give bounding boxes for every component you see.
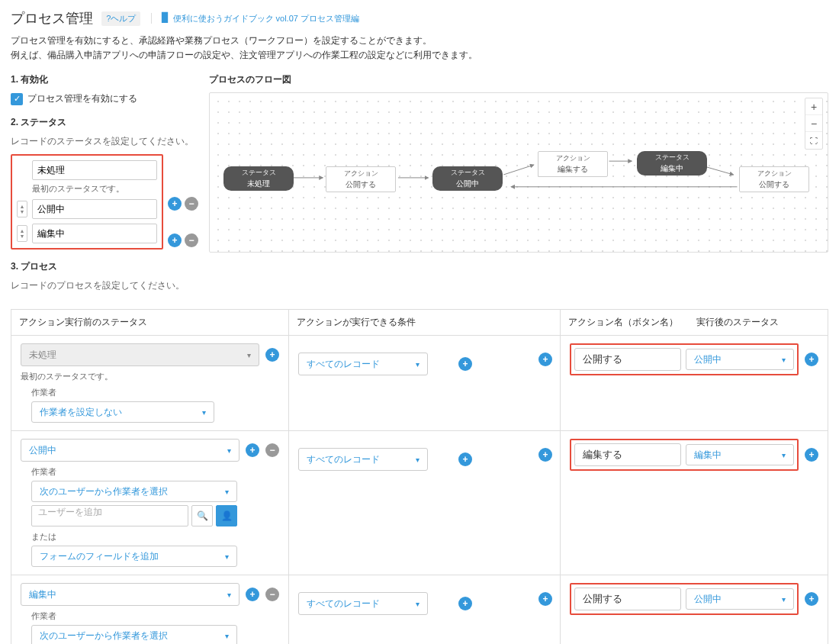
- status-input[interactable]: [32, 224, 157, 243]
- flow-diagram[interactable]: + − ⛶ ステータス未処理 アクション公開する: [209, 92, 828, 253]
- assignee-mode-select[interactable]: 次のユーザーから作業者を選択▾: [31, 481, 237, 502]
- remove-row-button[interactable]: −: [265, 588, 279, 601]
- add-status-button[interactable]: +: [168, 197, 182, 211]
- condition-select[interactable]: すべてのレコード▾: [298, 448, 428, 471]
- chevron-down-icon: ▾: [227, 446, 231, 455]
- page-description: プロセス管理を有効にすると、承認経路や業務プロセス（ワークフロー）を設定すること…: [11, 34, 828, 63]
- svg-line-2: [503, 165, 534, 175]
- condition-select[interactable]: すべてのレコード▾: [298, 592, 428, 615]
- assignee-label: 作業者: [31, 610, 279, 622]
- status-input-initial[interactable]: [32, 160, 157, 180]
- add-condition-button[interactable]: +: [458, 357, 472, 371]
- action-name-input[interactable]: [574, 348, 681, 371]
- before-status-select[interactable]: 編集中▾: [21, 583, 239, 606]
- chevron-down-icon: ▾: [202, 408, 206, 417]
- initial-status-note: 最初のステータスです。: [21, 371, 279, 382]
- section-enable-heading: 1. 有効化: [11, 73, 194, 86]
- assignee-label: 作業者: [31, 466, 279, 478]
- chevron-down-icon: ▾: [416, 600, 420, 608]
- user-search-input[interactable]: ユーザーを追加: [31, 505, 188, 526]
- drag-handle[interactable]: ▲▼: [17, 201, 27, 217]
- add-condition-button[interactable]: +: [458, 597, 472, 610]
- section-status-heading: 2. ステータス: [11, 116, 194, 129]
- add-row-button[interactable]: +: [265, 348, 279, 362]
- after-status-select[interactable]: 公開中▾: [686, 349, 794, 370]
- add-condition-button[interactable]: +: [458, 452, 472, 466]
- chevron-down-icon: ▾: [782, 451, 786, 459]
- chevron-down-icon: ▾: [782, 356, 786, 364]
- col-action-name: アクション名（ボタン名）: [568, 316, 696, 329]
- add-row-button[interactable]: +: [246, 443, 259, 457]
- add-action-button[interactable]: +: [805, 448, 818, 462]
- add-status-button[interactable]: +: [168, 233, 182, 247]
- status-input[interactable]: [32, 199, 157, 219]
- add-row-button[interactable]: +: [246, 588, 259, 601]
- status-initial-note: 最初のステータスです。: [32, 183, 157, 195]
- assignee-mode-select[interactable]: 次のユーザーから作業者を選択▾: [31, 625, 237, 644]
- status-desc: レコードのステータスを設定してください。: [11, 135, 194, 148]
- drag-handle[interactable]: ▲▼: [17, 225, 27, 242]
- chevron-down-icon: ▾: [225, 552, 229, 561]
- or-label: または: [31, 531, 279, 543]
- form-field-select[interactable]: フォームのフィールドを追加▾: [31, 546, 237, 567]
- col-after-status: 実行後のステータス: [696, 316, 820, 329]
- assignee-mode-select[interactable]: 作業者を設定しない▾: [31, 401, 214, 423]
- section-flow-heading: プロセスのフロー図: [209, 73, 828, 86]
- chevron-down-icon: ▾: [225, 632, 229, 640]
- after-status-select[interactable]: 公開中▾: [686, 588, 794, 610]
- svg-line-4: [707, 167, 734, 175]
- condition-select[interactable]: すべてのレコード▾: [298, 353, 428, 375]
- org-picker-button[interactable]: 👤: [216, 505, 237, 526]
- add-action-button[interactable]: +: [805, 592, 818, 606]
- before-status-select[interactable]: 未処理▾: [21, 343, 259, 366]
- chevron-down-icon: ▾: [247, 351, 251, 359]
- col-condition: アクションが実行できる条件: [289, 310, 561, 335]
- help-link[interactable]: ?ヘルプ: [101, 11, 140, 26]
- divider: [151, 13, 152, 24]
- before-status-select[interactable]: 公開中▾: [21, 439, 239, 462]
- add-action-button[interactable]: +: [805, 353, 818, 366]
- guidebook-link[interactable]: 便利に使おうガイドブック vol.07 プロセス管理編: [173, 14, 359, 23]
- chevron-down-icon: ▾: [416, 360, 420, 369]
- chevron-down-icon: ▾: [782, 595, 786, 604]
- action-name-input[interactable]: [574, 588, 681, 610]
- remove-row-button[interactable]: −: [265, 443, 279, 457]
- chevron-down-icon: ▾: [225, 488, 229, 496]
- remove-status-button[interactable]: −: [185, 233, 198, 247]
- remove-status-button[interactable]: −: [185, 197, 198, 211]
- col-before-status: アクション実行前のステータス: [11, 310, 289, 335]
- chevron-down-icon: ▾: [416, 456, 420, 464]
- process-table: アクション実行前のステータス アクションが実行できる条件 アクション名（ボタン名…: [11, 309, 828, 644]
- page-title: プロセス管理: [11, 9, 93, 27]
- after-status-select[interactable]: 編集中▾: [686, 444, 794, 465]
- assignee-label: 作業者: [31, 387, 279, 398]
- process-desc: レコードのプロセスを設定してください。: [11, 279, 194, 292]
- section-process-heading: 3. プロセス: [11, 260, 194, 273]
- chevron-down-icon: ▾: [227, 591, 231, 599]
- search-icon[interactable]: 🔍: [191, 505, 213, 526]
- enable-checkbox[interactable]: ✓: [11, 93, 23, 105]
- book-icon: ▉: [162, 12, 169, 23]
- action-name-input[interactable]: [574, 443, 681, 466]
- enable-checkbox-label: プロセス管理を有効にする: [27, 92, 137, 105]
